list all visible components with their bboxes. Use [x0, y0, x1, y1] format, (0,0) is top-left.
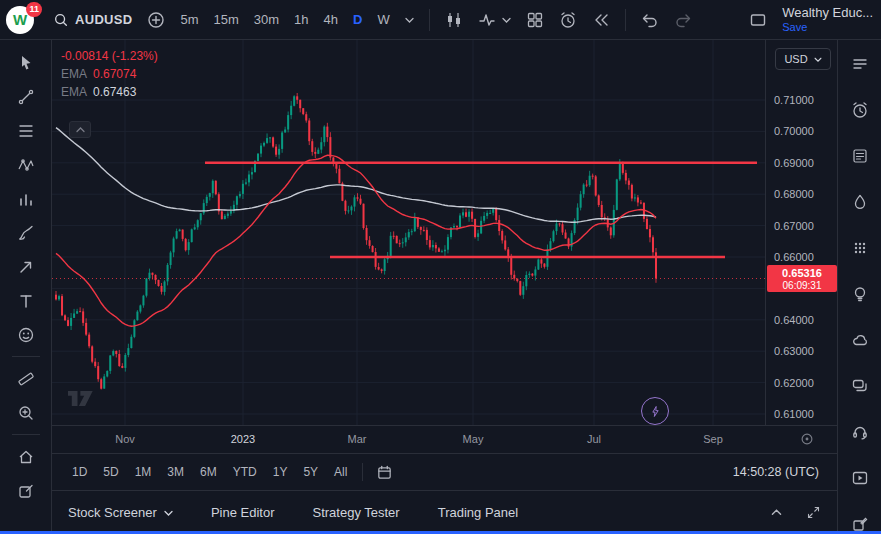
help-button[interactable]	[845, 422, 875, 442]
alert-button[interactable]	[553, 7, 583, 33]
price-tick: 0.69000	[774, 157, 814, 169]
cursor-tool-button[interactable]	[11, 50, 41, 75]
magnet-mode-button[interactable]	[11, 444, 41, 469]
lightning-icon	[648, 404, 663, 419]
range-all-button[interactable]: All	[326, 460, 355, 484]
lightbulb-icon	[851, 285, 869, 303]
interval-15m[interactable]: 15m	[207, 8, 244, 31]
fib-tool-button[interactable]	[11, 118, 41, 143]
range-1y-button[interactable]: 1Y	[265, 460, 296, 484]
tab-pine-editor[interactable]: Pine Editor	[211, 505, 275, 520]
emoji-tool-button[interactable]	[11, 322, 41, 347]
go-to-date-button[interactable]	[370, 464, 399, 481]
redo-button[interactable]	[668, 7, 698, 33]
tutorials-button[interactable]	[845, 468, 875, 488]
chart-column: -0.00814 (-1.23%) EMA0.67074 EMA0.67463	[52, 40, 837, 534]
fib-retracement-icon	[17, 122, 35, 140]
range-toolbar: 1D 5D 1M 3M 6M YTD 1Y 5Y All 14:50:28 (U…	[52, 453, 837, 490]
price-tick: 0.70000	[774, 125, 814, 137]
play-video-icon	[851, 469, 869, 487]
drawing-toolbar	[0, 40, 52, 534]
ideas-button[interactable]	[845, 284, 875, 304]
account-menu[interactable]: Wealthy Educ... Save	[782, 6, 873, 34]
text-tool-button[interactable]	[11, 288, 41, 313]
watchlist-button[interactable]	[845, 54, 875, 74]
range-1m-button[interactable]: 1M	[127, 460, 160, 484]
range-6m-button[interactable]: 6M	[192, 460, 225, 484]
currency-select-button[interactable]: USD	[775, 48, 831, 70]
axis-settings-icon[interactable]	[799, 431, 815, 447]
app-logo[interactable]: W 11	[6, 4, 40, 36]
indicators-button[interactable]	[472, 7, 517, 33]
interval-1h[interactable]: 1h	[288, 8, 314, 31]
layout-grid-button[interactable]	[520, 7, 550, 33]
forecast-tool-button[interactable]	[11, 186, 41, 211]
watchlist-icon	[851, 55, 869, 73]
time-axis[interactable]: Nov2023MarMayJulSep	[52, 425, 837, 453]
chevron-down-icon	[164, 510, 173, 516]
price-axis[interactable]: USD 0.65316 06:09:31 0.710000.700000.690…	[765, 40, 837, 425]
chart-legend: -0.00814 (-1.23%) EMA0.67074 EMA0.67463	[61, 47, 158, 101]
chat-bubbles-icon	[851, 377, 869, 395]
panel-expand-button[interactable]	[771, 509, 782, 516]
minds-button[interactable]	[845, 330, 875, 350]
brush-tool-button[interactable]	[11, 220, 41, 245]
legend-collapse-button[interactable]	[69, 121, 91, 138]
symbol-search-button[interactable]: AUDUSD	[47, 8, 138, 32]
pattern-tool-button[interactable]	[11, 152, 41, 177]
hotlists-button[interactable]	[845, 192, 875, 212]
fullscreen-button[interactable]	[743, 7, 773, 33]
range-3m-button[interactable]: 3M	[159, 460, 192, 484]
replay-rewind-icon	[592, 11, 610, 29]
range-ytd-button[interactable]: YTD	[225, 460, 265, 484]
save-layout-link[interactable]: Save	[782, 20, 807, 34]
panel-maximize-button[interactable]	[806, 505, 821, 520]
range-1d-button[interactable]: 1D	[64, 460, 95, 484]
interval-5m[interactable]: 5m	[174, 8, 204, 31]
toolbar-group-divider	[12, 356, 40, 357]
plus-circle-icon	[147, 11, 165, 29]
calendar-icon	[376, 464, 393, 481]
price-tick: 0.67000	[774, 220, 814, 232]
price-tick: 0.63000	[774, 345, 814, 357]
forecast-bars-icon	[17, 190, 35, 208]
interval-1w[interactable]: W	[371, 8, 395, 31]
brush-icon	[17, 224, 35, 242]
alerts-button[interactable]	[845, 100, 875, 120]
layout-grid-icon	[526, 11, 544, 29]
chart-plot[interactable]: -0.00814 (-1.23%) EMA0.67074 EMA0.67463	[52, 40, 765, 425]
notification-badge: 11	[26, 2, 42, 17]
compare-add-button[interactable]	[141, 7, 171, 33]
range-5y-button[interactable]: 5Y	[295, 460, 326, 484]
top-toolbar: W 11 AUDUSD 5m 15m 30m 1h 4h D W	[0, 0, 881, 40]
arrow-tool-button[interactable]	[11, 254, 41, 279]
zoom-tool-button[interactable]	[11, 400, 41, 425]
measure-tool-button[interactable]	[11, 366, 41, 391]
interval-1d[interactable]: D	[347, 8, 368, 31]
edit-objects-button[interactable]	[11, 478, 41, 503]
last-price-label: 0.65316 06:09:31	[767, 265, 837, 292]
bar-replay-button[interactable]	[586, 7, 616, 33]
boost-button[interactable]	[641, 397, 669, 425]
tab-strategy-tester[interactable]: Strategy Tester	[312, 505, 399, 520]
ema-fast-legend[interactable]: EMA0.67074	[61, 65, 158, 83]
trendline-tool-button[interactable]	[11, 84, 41, 109]
bar-countdown: 06:09:31	[783, 280, 822, 291]
time-label: Nov	[103, 433, 147, 445]
tab-stock-screener[interactable]: Stock Screener	[68, 505, 173, 520]
interval-30m[interactable]: 30m	[248, 8, 285, 31]
time-label: Jul	[572, 433, 616, 445]
interval-menu-button[interactable]	[399, 13, 420, 27]
range-5d-button[interactable]: 5D	[95, 460, 126, 484]
chat-button[interactable]	[845, 376, 875, 396]
news-button[interactable]	[845, 146, 875, 166]
ema-slow-legend[interactable]: EMA0.67463	[61, 83, 158, 101]
undo-button[interactable]	[635, 7, 665, 33]
indicators-icon	[478, 11, 496, 29]
clock-utc-label[interactable]: 14:50:28 (UTC)	[733, 465, 823, 479]
time-label: Sep	[691, 433, 735, 445]
tab-trading-panel[interactable]: Trading Panel	[438, 505, 518, 520]
interval-4h[interactable]: 4h	[318, 8, 344, 31]
calendar-button[interactable]	[845, 238, 875, 258]
chart-style-button[interactable]	[439, 7, 469, 33]
